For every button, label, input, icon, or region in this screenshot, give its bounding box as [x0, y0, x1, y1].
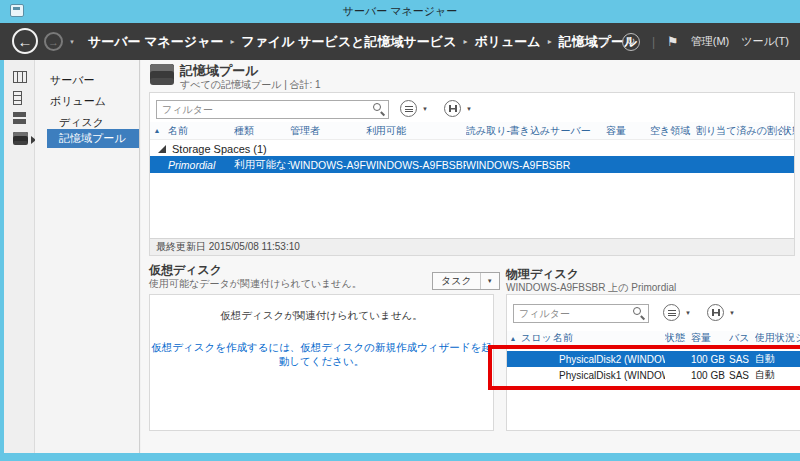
- column-header-slot[interactable]: スロット: [519, 331, 551, 345]
- sidebar-item-storage-pools[interactable]: 記憶域プール: [47, 129, 139, 148]
- list-options-button[interactable]: ▼: [400, 100, 428, 117]
- breadcrumb-separator: ▸: [230, 37, 234, 46]
- column-header-usage[interactable]: 使用状況: [755, 331, 795, 345]
- sort-icon[interactable]: ▲: [150, 127, 164, 134]
- column-header-capacity[interactable]: 容量: [606, 124, 650, 138]
- list-options-icon: [663, 304, 680, 321]
- chevron-down-icon: ▼: [466, 106, 472, 112]
- physical-disks-panel: ▼ ▼ ▲ スロット 名前 状態 容量 バス 使用状況 シャーシ Physica…: [506, 294, 800, 431]
- disk-capacity: 100 GB: [691, 370, 729, 381]
- group-label: Storage Spaces (1): [172, 143, 267, 155]
- menu-manage[interactable]: 管理(M): [691, 34, 730, 49]
- refresh-dropdown-caret[interactable]: ▼: [604, 39, 610, 45]
- breadcrumb-item-server-manager[interactable]: サーバー マネージャー: [88, 33, 223, 51]
- notifications-flag-icon[interactable]: ⚑: [667, 34, 679, 49]
- disk-name: PhysicalDisk2 (WINDOWS-A9…: [551, 354, 665, 365]
- history-dropdown-caret[interactable]: ▼: [69, 39, 75, 45]
- column-header-status[interactable]: 状態: [665, 331, 691, 345]
- column-header-chassis[interactable]: シャーシ: [795, 331, 800, 345]
- pool-managed-by: WINDOWS-A9FBSBR: [290, 159, 366, 171]
- disk-bus: SAS: [729, 370, 755, 381]
- storage-pools-table-header: ▲ 名前 種類 管理者 利用可能 読み取り-書き込みサーバー 容量 空き領域 割…: [150, 122, 794, 140]
- column-header-available-to[interactable]: 利用可能: [366, 124, 466, 138]
- column-header-managed-by[interactable]: 管理者: [290, 124, 366, 138]
- breadcrumb-separator: ▸: [548, 37, 552, 46]
- column-header-percent-allocated[interactable]: 割り当て済みの割合: [696, 124, 782, 138]
- volumes-icon[interactable]: [13, 112, 26, 124]
- list-options-button[interactable]: ▼: [663, 304, 691, 321]
- sidebar-item-volumes[interactable]: ボリューム: [47, 92, 139, 111]
- disk-bus: SAS: [729, 354, 755, 365]
- chevron-down-icon: ▼: [685, 310, 691, 316]
- window-title: サーバー マネージャー: [0, 4, 800, 19]
- storage-pools-filter-input[interactable]: [156, 100, 389, 119]
- column-header-status[interactable]: 状態: [782, 124, 794, 138]
- disk-usage: 自動: [755, 352, 795, 366]
- column-header-bus[interactable]: バス: [729, 331, 755, 345]
- refresh-button[interactable]: ↻: [622, 33, 640, 51]
- refresh-icon: ↻: [626, 35, 635, 48]
- column-header-name[interactable]: 名前: [164, 124, 234, 138]
- pool-type: 利用可能なディスク: [234, 158, 290, 172]
- physical-disks-filter-input[interactable]: [513, 304, 649, 323]
- collapse-triangle-icon[interactable]: [158, 145, 166, 153]
- storage-pool-tile-icon: [150, 64, 174, 85]
- storage-spaces-group-row[interactable]: Storage Spaces (1): [158, 143, 267, 155]
- breadcrumb-item-volumes[interactable]: ボリューム: [474, 33, 540, 51]
- chevron-down-icon: ▼: [729, 310, 735, 316]
- column-header-capacity[interactable]: 容量: [691, 331, 729, 345]
- physical-disk-row-2[interactable]: PhysicalDisk2 (WINDOWS-A9… 100 GB SAS 自動: [507, 351, 800, 367]
- navbar-right: ▼ ↻ | ⚑ 管理(M) ツール(T) 表示(V): [604, 23, 800, 60]
- pool-available-to: WINDOWS-A9FBSBR: [366, 159, 466, 171]
- list-options-icon: [400, 100, 417, 117]
- server-manager-window: サーバー マネージャー ← → ▼ サーバー マネージャー ▸ ファイル サービ…: [0, 0, 800, 461]
- column-header-type[interactable]: 種類: [234, 124, 290, 138]
- column-options-icon: [444, 100, 461, 117]
- virtual-disks-subtitle: 使用可能なデータが関連付けられていません。: [149, 277, 362, 291]
- chevron-down-icon: ▼: [422, 106, 428, 112]
- pool-name: Primordial: [164, 159, 234, 171]
- sidebar-item-label: サーバー: [50, 74, 95, 86]
- column-header-free-space[interactable]: 空き領域: [650, 124, 696, 138]
- physical-disks-filter: [513, 303, 649, 323]
- virtual-disks-tasks-button[interactable]: タスク ▼: [432, 272, 500, 290]
- column-header-rw-server[interactable]: 読み取り-書き込みサーバー: [466, 124, 606, 138]
- titlebar: サーバー マネージャー: [0, 0, 800, 23]
- window-border-bottom: [0, 453, 800, 461]
- column-options-button[interactable]: ▼: [707, 304, 735, 321]
- forward-button[interactable]: →: [44, 32, 63, 51]
- column-header-name[interactable]: 名前: [551, 331, 665, 345]
- back-arrow-icon: ←: [18, 33, 33, 50]
- sidebar-item-label: 記憶域プール: [59, 132, 126, 144]
- search-icon: [633, 307, 645, 319]
- sidebar: サーバー ボリューム ディスク 記憶域プール: [35, 60, 140, 453]
- storage-pools-subtitle: すべての記憶域プール | 合計: 1: [180, 78, 321, 92]
- storage-pool-row-primordial[interactable]: Primordial 利用可能なディスク WINDOWS-A9FBSBR WIN…: [150, 156, 794, 173]
- last-refreshed-bar: 最終更新日 2015/05/08 11:53:10: [150, 238, 794, 255]
- search-icon: [373, 103, 385, 115]
- storage-pools-filter: [156, 99, 389, 119]
- back-button[interactable]: ←: [12, 28, 38, 54]
- sidebar-item-servers[interactable]: サーバー: [47, 71, 139, 90]
- pool-rw-server: WINDOWS-A9FBSBR: [466, 159, 606, 171]
- physical-disk-row-1[interactable]: PhysicalDisk1 (WINDOWS-A9… 100 GB SAS 自動: [507, 367, 800, 383]
- disk-usage: 自動: [755, 368, 795, 382]
- dashboard-icon[interactable]: [13, 71, 27, 83]
- disk-capacity: 100 GB: [691, 354, 729, 365]
- sidebar-item-label: ボリューム: [50, 95, 106, 107]
- app-icon: [10, 4, 24, 17]
- physical-disks-table-header: ▲ スロット 名前 状態 容量 バス 使用状況 シャーシ: [507, 331, 800, 346]
- new-virtual-disk-wizard-link[interactable]: 仮想ディスクを作成するには、仮想ディスクの新規作成ウィザードを起動してください。: [150, 341, 493, 369]
- breadcrumb: サーバー マネージャー ▸ ファイル サービスと記憶域サービス ▸ ボリューム …: [88, 23, 637, 60]
- sidebar-item-label: ディスク: [59, 116, 104, 128]
- sort-icon[interactable]: ▲: [507, 335, 519, 342]
- disk-name: PhysicalDisk1 (WINDOWS-A9…: [551, 370, 665, 381]
- servers-icon[interactable]: [13, 91, 22, 105]
- icon-strip: [4, 60, 35, 453]
- storage-pools-icon[interactable]: [13, 132, 28, 145]
- breadcrumb-item-file-storage-services[interactable]: ファイル サービスと記憶域サービス: [241, 33, 456, 51]
- physical-disks-subtitle: WINDOWS-A9FBSBR 上の Primordial: [506, 281, 676, 295]
- column-options-button[interactable]: ▼: [444, 100, 472, 117]
- menu-tools[interactable]: ツール(T): [741, 34, 789, 49]
- breadcrumb-separator: ▸: [463, 37, 467, 46]
